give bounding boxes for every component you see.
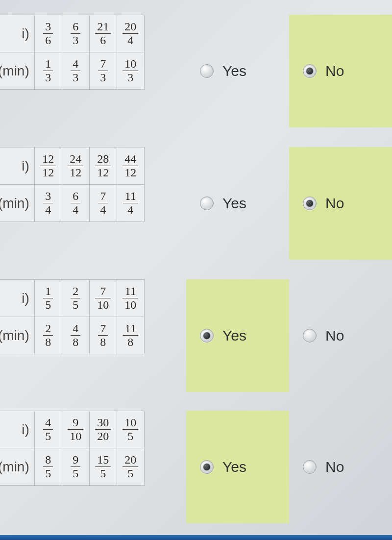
no-label: No — [325, 63, 344, 79]
q2-no-radio[interactable] — [303, 196, 317, 210]
q2-data-table: i) 1212 2412 2812 4412 (min) 34 64 74 11… — [0, 147, 145, 222]
q1-answers: Yes No — [186, 15, 392, 127]
q3-no-radio[interactable] — [303, 329, 317, 343]
q1-label-bot: (min) — [0, 52, 34, 90]
table-cell: 43 — [62, 52, 89, 90]
q1-yes-radio[interactable] — [200, 64, 214, 78]
bottom-border — [0, 535, 392, 540]
table-cell: 74 — [89, 185, 117, 222]
question-row-2: i) 1212 2412 2812 4412 (min) 34 64 74 11… — [0, 147, 392, 260]
q1-data-table: i) 36 63 216 204 (min) 13 43 73 103 — [0, 15, 145, 90]
table-cell: 205 — [117, 448, 144, 486]
q1-table: i) 36 63 216 204 (min) 13 43 73 103 — [0, 15, 145, 90]
table-cell: 3020 — [89, 411, 117, 448]
q1-no-cell[interactable]: No — [289, 15, 392, 127]
table-cell: 910 — [62, 411, 89, 448]
q3-yes-cell[interactable]: Yes — [186, 279, 289, 392]
q4-label-bot: (min) — [0, 448, 34, 486]
q2-answers: Yes No — [186, 147, 392, 260]
q2-label-top: i) — [0, 147, 34, 185]
table-cell: 204 — [117, 15, 144, 52]
table-cell: 103 — [117, 52, 144, 90]
q3-table: i) 15 25 710 1110 (min) 28 48 78 118 — [0, 279, 145, 354]
question-row-4: i) 45 910 3020 105 (min) 85 95 155 205 Y… — [0, 411, 392, 523]
table-cell: 105 — [117, 411, 144, 448]
table-cell: 216 — [89, 15, 117, 52]
table-cell: 1110 — [117, 280, 144, 317]
table-cell: 25 — [62, 280, 89, 317]
table-cell: 28 — [34, 317, 62, 354]
table-cell: 15 — [34, 280, 62, 317]
q4-data-table: i) 45 910 3020 105 (min) 85 95 155 205 — [0, 411, 145, 486]
q1-no-radio[interactable] — [303, 64, 317, 78]
q1-label-top: i) — [0, 15, 34, 52]
table-cell: 48 — [62, 317, 89, 354]
q3-answers: Yes No — [186, 279, 392, 392]
table-cell: 36 — [34, 15, 62, 52]
q4-yes-cell[interactable]: Yes — [186, 411, 289, 523]
q4-answers: Yes No — [186, 411, 392, 523]
table-cell: 85 — [34, 448, 62, 486]
quiz-page: i) 36 63 216 204 (min) 13 43 73 103 Yes — [0, 0, 392, 540]
q3-label-bot: (min) — [0, 317, 34, 354]
q4-no-cell[interactable]: No — [289, 411, 392, 523]
q2-label-bot: (min) — [0, 185, 34, 222]
table-cell: 114 — [117, 185, 144, 222]
no-label: No — [325, 459, 344, 475]
q3-data-table: i) 15 25 710 1110 (min) 28 48 78 118 — [0, 279, 145, 354]
table-cell: 78 — [89, 317, 117, 354]
q2-yes-radio[interactable] — [200, 196, 214, 210]
question-row-1: i) 36 63 216 204 (min) 13 43 73 103 Yes — [0, 15, 392, 127]
q2-no-cell[interactable]: No — [289, 147, 392, 260]
q2-table: i) 1212 2412 2812 4412 (min) 34 64 74 11… — [0, 147, 145, 222]
q4-yes-radio[interactable] — [200, 460, 214, 474]
q4-table: i) 45 910 3020 105 (min) 85 95 155 205 — [0, 411, 145, 486]
table-cell: 63 — [62, 15, 89, 52]
q3-yes-radio[interactable] — [200, 329, 214, 343]
yes-label: Yes — [222, 63, 246, 79]
yes-label: Yes — [222, 195, 246, 212]
yes-label: Yes — [222, 327, 246, 344]
table-cell: 2812 — [89, 147, 117, 185]
q3-label-top: i) — [0, 280, 34, 317]
table-cell: 64 — [62, 185, 89, 222]
q4-label-top: i) — [0, 411, 34, 448]
table-cell: 73 — [89, 52, 117, 90]
table-cell: 118 — [117, 317, 144, 354]
no-label: No — [325, 195, 344, 212]
question-row-3: i) 15 25 710 1110 (min) 28 48 78 118 Yes — [0, 279, 392, 392]
no-label: No — [325, 327, 344, 344]
table-cell: 710 — [89, 280, 117, 317]
table-cell: 155 — [89, 448, 117, 486]
table-cell: 95 — [62, 448, 89, 486]
q4-no-radio[interactable] — [303, 460, 317, 474]
table-cell: 1212 — [34, 147, 62, 185]
q1-yes-cell[interactable]: Yes — [186, 15, 289, 127]
q2-yes-cell[interactable]: Yes — [186, 147, 289, 260]
table-cell: 13 — [34, 52, 62, 90]
table-cell: 4412 — [117, 147, 144, 185]
table-cell: 2412 — [62, 147, 89, 185]
yes-label: Yes — [222, 459, 246, 475]
table-cell: 45 — [34, 411, 62, 448]
table-cell: 34 — [34, 185, 62, 222]
q3-no-cell[interactable]: No — [289, 279, 392, 392]
